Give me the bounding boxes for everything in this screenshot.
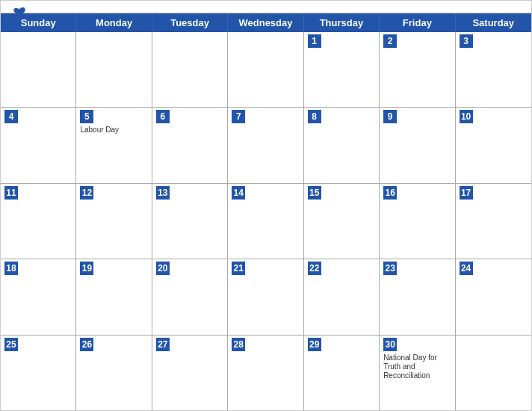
day-cell: 4 [1,108,76,182]
logo-blue-text [13,7,28,17]
day-cell: 13 [152,184,228,259]
day-cell: 2 [380,32,455,107]
day-cell [1,32,76,107]
day-number [80,34,93,48]
day-number: 20 [156,262,170,275]
day-number: 24 [460,262,473,275]
day-number: 30 [383,338,397,351]
day-number [460,338,473,351]
week-row-4: 18192021222324 [1,259,531,335]
week-row-1: 123 [1,32,531,108]
day-cell: 17 [456,184,531,259]
day-number: 29 [308,338,321,351]
day-cell: 23 [380,259,455,334]
day-cell: 8 [304,108,380,182]
day-header-friday: Friday [380,13,455,32]
day-cell: 27 [152,336,228,410]
day-cell [76,32,152,107]
day-cell: 24 [456,259,531,334]
day-cell: 25 [1,336,76,410]
day-number: 6 [156,110,170,123]
day-number: 21 [232,262,245,275]
day-cell: 3 [456,32,531,107]
day-cell: 16 [380,184,455,259]
week-row-3: 11121314151617 [1,184,531,259]
day-number: 3 [460,34,473,48]
day-number [156,34,170,48]
week-row-2: 45Labour Day678910 [1,108,531,183]
day-cell [456,336,531,410]
day-header-saturday: Saturday [456,13,531,32]
day-cell: 9 [380,108,455,182]
day-number [4,34,18,48]
day-cell: 10 [456,108,531,182]
day-number: 5 [80,110,93,123]
day-headers-row: SundayMondayTuesdayWednesdayThursdayFrid… [1,13,531,32]
calendar-grid: SundayMondayTuesdayWednesdayThursdayFrid… [1,13,531,410]
day-number: 26 [80,338,93,351]
day-cell: 26 [76,336,152,410]
day-number: 22 [308,262,321,275]
day-number: 7 [232,110,245,123]
day-cell: 11 [1,184,76,259]
day-cell: 21 [228,259,303,334]
day-number: 25 [4,338,18,351]
day-number: 19 [80,262,93,275]
day-number: 8 [308,110,321,123]
day-cell: 14 [228,184,303,259]
day-number: 15 [308,186,321,200]
day-cell: 15 [304,184,380,259]
logo-bird-icon [13,7,26,17]
day-number: 12 [80,186,93,200]
day-number: 14 [232,186,245,200]
day-event: National Day for Truth and Reconciliatio… [383,353,451,380]
day-number [232,34,245,48]
day-cell: 19 [76,259,152,334]
logo-area [13,7,28,17]
day-cell [152,32,228,107]
day-number: 27 [156,338,170,351]
day-number: 13 [156,186,170,200]
weeks-area: 12345Labour Day6789101112131415161718192… [1,32,531,410]
day-number: 28 [232,338,245,351]
day-cell: 29 [304,336,380,410]
day-number: 9 [383,110,397,123]
day-number: 16 [383,186,397,200]
day-number: 18 [4,262,18,275]
day-cell [228,32,303,107]
calendar-header [1,1,531,13]
calendar-container: SundayMondayTuesdayWednesdayThursdayFrid… [0,0,532,411]
day-header-wednesday: Wednesday [228,13,303,32]
day-header-monday: Monday [76,13,152,32]
day-number: 11 [4,186,18,200]
day-cell: 22 [304,259,380,334]
day-cell: 28 [228,336,303,410]
day-header-tuesday: Tuesday [152,13,228,32]
day-cell: 18 [1,259,76,334]
day-header-thursday: Thursday [304,13,380,32]
day-number: 10 [460,110,473,123]
day-cell: 6 [152,108,228,182]
day-number: 23 [383,262,397,275]
day-number: 2 [383,34,397,48]
day-cell: 20 [152,259,228,334]
day-cell: 12 [76,184,152,259]
day-number: 17 [460,186,473,200]
day-number: 1 [308,34,321,48]
day-number: 4 [4,110,18,123]
day-event: Labour Day [80,126,147,135]
day-cell: 7 [228,108,303,182]
day-cell: 5Labour Day [76,108,152,182]
week-row-5: 252627282930National Day for Truth and R… [1,336,531,410]
day-cell: 30National Day for Truth and Reconciliat… [380,336,455,410]
day-cell: 1 [304,32,380,107]
